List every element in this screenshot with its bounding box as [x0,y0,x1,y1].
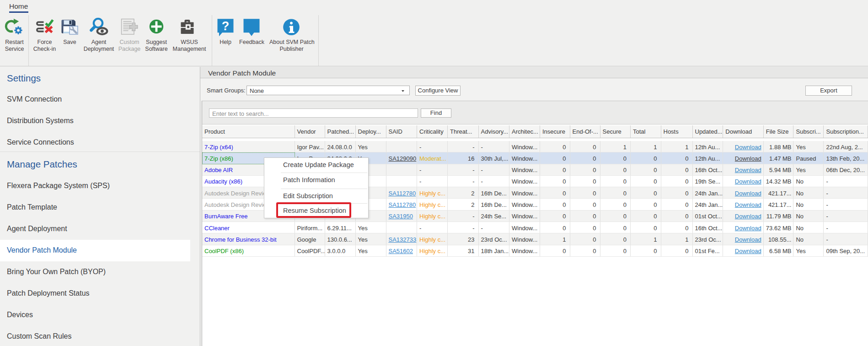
svg-text:?: ? [222,19,230,33]
